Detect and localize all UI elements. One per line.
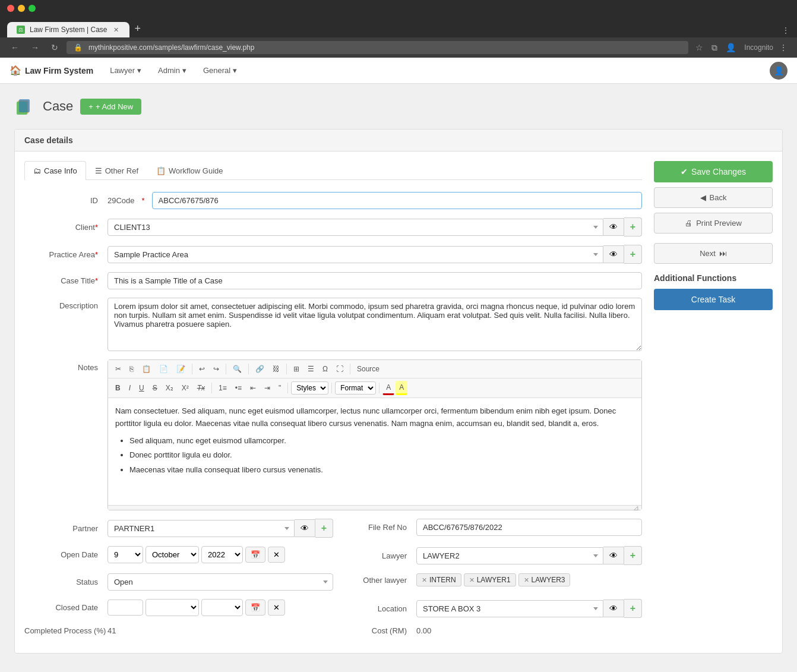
nav-item-admin[interactable]: Admin ▾ (151, 62, 194, 78)
tab-case-info[interactable]: 🗂 Case Info (24, 161, 86, 180)
rte-cut-button[interactable]: ✂ (112, 362, 125, 376)
rte-ol-button[interactable]: 1≡ (215, 381, 230, 395)
partner-select[interactable]: PARTNER1 (107, 520, 295, 537)
code-input[interactable]: ABCC/67675/876 (152, 192, 642, 209)
traffic-light-yellow[interactable] (18, 5, 25, 12)
tag-close-icon[interactable]: ✕ (524, 576, 529, 584)
closed-date-clear-button[interactable]: ✕ (268, 600, 285, 616)
rte-special-char-button[interactable]: Ω (319, 362, 331, 376)
rte-fullscreen-button[interactable]: ⛶ (333, 362, 347, 376)
open-date-calendar-button[interactable]: 📅 (245, 547, 265, 563)
open-date-year-select[interactable]: 2022 (201, 546, 243, 563)
case-title-input[interactable]: This is a Sample Title of a Case (107, 272, 642, 289)
rte-indent-button[interactable]: ⇥ (261, 381, 274, 395)
back-nav-button[interactable]: ← (7, 42, 23, 53)
tag-lawyer1[interactable]: ✕ LAWYER1 (464, 573, 516, 586)
location-eye-button[interactable]: 👁 (603, 600, 624, 617)
rte-subscript-button[interactable]: X₂ (162, 381, 177, 395)
rte-source-button[interactable]: Source (353, 362, 383, 376)
browser-tab[interactable]: ⚖ Law Firm System | Case ✕ (7, 22, 129, 37)
rte-paste-text-button[interactable]: 📄 (156, 362, 172, 376)
open-date-clear-button[interactable]: ✕ (268, 547, 285, 563)
rte-resize-handle[interactable]: ⊿ (108, 505, 641, 510)
open-date-day-select[interactable]: 9 (107, 546, 143, 563)
client-add-button[interactable]: + (624, 217, 642, 236)
tag-lawyer3[interactable]: ✕ LAWYER3 (518, 573, 571, 586)
rte-link-button[interactable]: 🔗 (252, 362, 268, 376)
rte-bold-button[interactable]: B (112, 381, 124, 395)
description-textarea[interactable]: Lorem ipsum dolor sit amet, consectetuer… (107, 298, 642, 351)
tag-close-icon[interactable]: ✕ (422, 576, 427, 584)
rte-copy-button[interactable]: ⎘ (126, 362, 137, 376)
rte-italic-button[interactable]: I (125, 381, 134, 395)
rte-ul-button[interactable]: •≡ (232, 381, 245, 395)
address-bar-url[interactable]: mythinkpositive.com/samples/lawfirm/case… (88, 43, 254, 52)
lawyer-select[interactable]: LAWYER2 (416, 547, 603, 564)
lawyer-eye-button[interactable]: 👁 (603, 547, 624, 564)
bookmark-icon[interactable]: ☆ (693, 42, 706, 53)
rte-styles-select[interactable]: Styles (291, 381, 328, 395)
closed-date-calendar-button[interactable]: 📅 (245, 600, 265, 616)
practice-area-add-button[interactable]: + (624, 245, 642, 264)
rte-table-button[interactable]: ⊞ (290, 362, 303, 376)
forward-nav-button[interactable]: → (27, 42, 43, 53)
rte-content-area[interactable]: Nam consectetuer. Sed aliquam, nunc eget… (108, 398, 641, 505)
create-task-button[interactable]: Create Task (654, 289, 773, 310)
new-tab-button[interactable]: + (129, 20, 146, 37)
rte-underline-button[interactable]: U (135, 381, 148, 395)
partner-add-button[interactable]: + (315, 519, 333, 538)
notes-editor[interactable]: ✂ ⎘ 📋 📄 📝 ↩ ↪ 🔍 🔗 ⛓ (107, 359, 642, 510)
refresh-button[interactable]: ↻ (48, 42, 62, 53)
traffic-light-green[interactable] (29, 5, 36, 12)
nav-item-lawyer[interactable]: Lawyer ▾ (103, 62, 148, 78)
back-button[interactable]: ◀ Back (654, 187, 773, 208)
tab-workflow-guide[interactable]: 📋 Workflow Guide (147, 161, 232, 180)
rte-highlight-button[interactable]: A (396, 381, 407, 395)
tab-close-button[interactable]: ✕ (112, 26, 120, 34)
tag-intern[interactable]: ✕ INTERN (416, 573, 461, 586)
app-brand[interactable]: 🏠 Law Firm System (10, 65, 93, 76)
tag-close-icon[interactable]: ✕ (469, 576, 475, 584)
more-options-icon[interactable]: ⋮ (777, 42, 790, 53)
rte-font-color-button[interactable]: A (382, 381, 394, 395)
partner-eye-button[interactable]: 👁 (295, 519, 315, 537)
closed-date-day-select[interactable] (107, 600, 143, 616)
rte-blockquote-button[interactable]: " (275, 381, 284, 395)
save-changes-button[interactable]: ✔ Save Changes (654, 161, 773, 182)
closed-date-year-select[interactable] (201, 599, 243, 616)
user-avatar[interactable]: 👤 (770, 62, 787, 80)
rte-superscript-button[interactable]: X² (178, 381, 192, 395)
rte-paste-word-button[interactable]: 📝 (173, 362, 189, 376)
print-preview-button[interactable]: 🖨 Print Preview (654, 213, 773, 234)
profile-icon[interactable]: 👤 (723, 42, 738, 53)
rte-unlink-button[interactable]: ⛓ (269, 362, 283, 376)
traffic-light-red[interactable] (7, 5, 14, 12)
practice-area-select[interactable]: Sample Practice Area (107, 246, 603, 263)
tab-search-icon[interactable]: ⧉ (709, 42, 720, 54)
rte-undo-button[interactable]: ↩ (195, 362, 208, 376)
rte-outdent-button[interactable]: ⇤ (246, 381, 260, 395)
client-eye-button[interactable]: 👁 (603, 218, 624, 236)
add-new-button[interactable]: + + Add New (80, 99, 141, 115)
lawyer-add-button[interactable]: + (624, 546, 642, 565)
rte-align-button[interactable]: ☰ (304, 362, 318, 376)
rte-find-button[interactable]: 🔍 (229, 362, 245, 376)
practice-area-eye-button[interactable]: 👁 (603, 245, 624, 263)
next-button[interactable]: Next ⏭ (654, 243, 773, 264)
location-add-button[interactable]: + (624, 599, 642, 618)
rte-paste-button[interactable]: 📋 (138, 362, 154, 376)
rte-removeformat-button[interactable]: Tx (194, 381, 208, 395)
browser-menu-icon[interactable]: ⋮ (782, 26, 790, 35)
nav-item-general[interactable]: General ▾ (196, 62, 244, 78)
id-label: ID (24, 196, 107, 205)
tab-other-ref[interactable]: ☰ Other Ref (86, 161, 147, 180)
location-select[interactable]: STORE A BOX 3 (416, 600, 603, 617)
rte-redo-button[interactable]: ↪ (210, 362, 223, 376)
client-select[interactable]: CLIENT13 (107, 219, 603, 236)
closed-date-month-select[interactable] (146, 599, 199, 616)
rte-format-select[interactable]: Format (335, 381, 376, 395)
rte-strikethrough-button[interactable]: S (149, 381, 161, 395)
status-select[interactable]: Open (107, 573, 333, 591)
file-ref-input[interactable]: ABCC/67675/876/2022 (416, 519, 642, 536)
open-date-month-select[interactable]: October (146, 546, 199, 563)
